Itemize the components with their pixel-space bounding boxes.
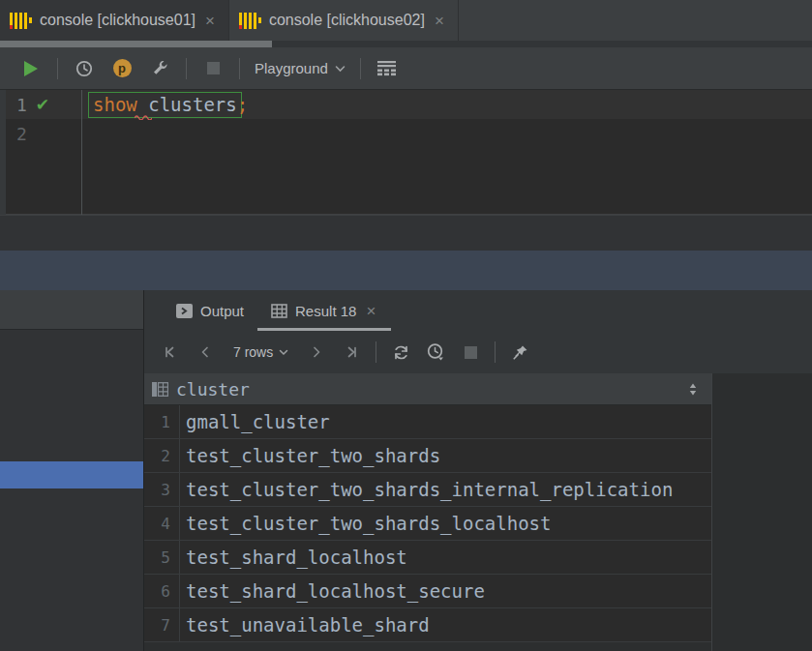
editor-bottom-panel — [0, 216, 812, 251]
manage-sessions-button[interactable] — [376, 57, 399, 80]
row-number[interactable]: 2 — [144, 439, 180, 472]
table-row[interactable]: 6 test_shard_localhost_secure — [144, 575, 711, 608]
profile-badge-icon: p — [113, 59, 132, 77]
stop-button[interactable] — [201, 57, 225, 80]
background-panel — [0, 331, 143, 651]
toolbar-separator — [360, 58, 361, 79]
editor-tab-bar: console [clickhouse01] × console [clickh… — [0, 0, 812, 41]
table-row[interactable]: 2 test_cluster_two_shards — [144, 439, 711, 473]
typo-squiggle-icon — [135, 114, 152, 120]
query-history-button[interactable] — [425, 341, 446, 363]
tab-output[interactable]: Output — [163, 290, 257, 331]
background-panel-header — [0, 290, 143, 330]
column-icon — [152, 382, 168, 397]
clock-icon — [75, 59, 94, 78]
sql-identifier: clusters — [148, 94, 237, 115]
table-header[interactable]: cluster — [144, 373, 711, 405]
profile-button[interactable]: p — [110, 57, 134, 80]
line-number: 1 — [16, 95, 27, 115]
previous-page-button[interactable] — [195, 341, 216, 363]
refresh-icon — [392, 343, 410, 362]
results-tab-bar: Output Result 18 × — [144, 290, 812, 331]
toolbar-separator — [376, 341, 376, 363]
wrench-icon — [151, 59, 169, 77]
tab-result-18[interactable]: Result 18 × — [257, 290, 391, 331]
close-icon[interactable]: × — [433, 13, 446, 29]
cell-value[interactable]: test_cluster_two_shards — [180, 439, 711, 472]
clickhouse-logo-icon — [10, 13, 32, 29]
toolbar-separator — [186, 58, 187, 79]
cell-value[interactable]: gmall_cluster — [180, 405, 711, 438]
column-header-label: cluster — [176, 379, 250, 399]
statement-success-check-icon[interactable]: ✔ — [36, 95, 49, 114]
row-number[interactable]: 6 — [144, 575, 180, 607]
code-line[interactable]: show clusters; — [93, 90, 248, 119]
pin-tab-button[interactable] — [509, 341, 530, 363]
reload-data-button[interactable] — [390, 341, 411, 363]
tab-label: console [clickhouse01] — [40, 12, 195, 29]
cell-value[interactable]: test_shard_localhost — [180, 541, 711, 574]
clock-dropdown-icon — [426, 342, 445, 362]
cell-value[interactable]: test_unavailable_shard — [180, 608, 711, 641]
close-icon[interactable]: × — [364, 303, 377, 319]
cell-value[interactable]: test_shard_localhost_secure — [180, 575, 711, 607]
page-size-dropdown[interactable]: 7 rows — [229, 344, 292, 360]
sort-button[interactable] — [688, 383, 698, 396]
bottom-area: Output Result 18 × — [0, 290, 812, 651]
execution-history-button[interactable] — [73, 57, 96, 80]
row-number[interactable]: 3 — [144, 473, 180, 506]
table-row[interactable]: 3 test_cluster_two_shards_internal_repli… — [144, 473, 711, 507]
schema-switcher-dropdown[interactable]: Playground — [255, 60, 346, 76]
schema-label: Playground — [255, 60, 328, 76]
cell-value[interactable]: test_cluster_two_shards_localhost — [180, 507, 711, 540]
clickhouse-logo-icon — [239, 13, 261, 29]
stop-icon — [465, 346, 477, 359]
row-number[interactable]: 1 — [144, 405, 180, 438]
sql-keyword: show — [93, 94, 137, 115]
sql-editor[interactable]: 1 ✔ 2 show clusters; — [0, 90, 812, 215]
editor-toolbar: p Playground — [0, 47, 812, 90]
editor-gutter: 1 ✔ 2 — [0, 90, 82, 215]
window-divider-band — [0, 251, 812, 290]
toolbar-separator — [57, 58, 58, 79]
output-console-icon — [176, 304, 193, 318]
table-row[interactable]: 4 test_cluster_two_shards_localhost — [144, 507, 711, 541]
close-icon[interactable]: × — [203, 13, 217, 29]
stop-icon — [207, 62, 220, 74]
tab-console-clickhouse01[interactable]: console [clickhouse01] × — [0, 0, 229, 41]
pin-icon — [511, 343, 529, 362]
chevron-down-icon — [279, 349, 288, 356]
background-selection-bar — [0, 461, 143, 488]
run-button[interactable] — [19, 57, 43, 80]
cancel-query-button[interactable] — [460, 341, 481, 363]
tab-console-clickhouse02[interactable]: console [clickhouse02] × — [229, 0, 459, 41]
row-number[interactable]: 7 — [144, 608, 180, 641]
row-number[interactable]: 4 — [144, 507, 180, 540]
code-space — [137, 94, 148, 115]
last-page-button[interactable] — [341, 341, 362, 363]
result-table: 1 gmall_cluster 2 test_cluster_two_shard… — [144, 405, 711, 642]
tab-label: console [clickhouse02] — [269, 12, 425, 29]
tab-underline-strip — [0, 41, 812, 47]
play-icon — [24, 61, 38, 76]
table-row[interactable]: 5 test_shard_localhost — [144, 541, 711, 575]
table-row[interactable]: 1 gmall_cluster — [144, 405, 711, 439]
next-page-button[interactable] — [306, 341, 327, 363]
results-toolbar: 7 rows — [144, 331, 812, 373]
tab-label: Output — [200, 303, 244, 319]
results-panel: Output Result 18 × — [144, 290, 812, 651]
row-number[interactable]: 5 — [144, 541, 180, 574]
rows-count-label: 7 rows — [233, 344, 273, 360]
sql-terminator: ; — [237, 94, 248, 115]
active-tab-underline — [0, 41, 272, 47]
table-options-grid-icon — [376, 60, 397, 76]
settings-button[interactable] — [148, 57, 171, 80]
first-page-button[interactable] — [160, 341, 181, 363]
toolbar-separator — [495, 341, 496, 363]
table-row[interactable]: 7 test_unavailable_shard — [144, 608, 711, 642]
ide-window: console [clickhouse01] × console [clickh… — [0, 0, 812, 651]
chevron-down-icon — [335, 65, 346, 73]
line-number: 2 — [16, 124, 27, 144]
toolbar-separator — [239, 58, 240, 79]
cell-value[interactable]: test_cluster_two_shards_internal_replica… — [180, 473, 711, 506]
